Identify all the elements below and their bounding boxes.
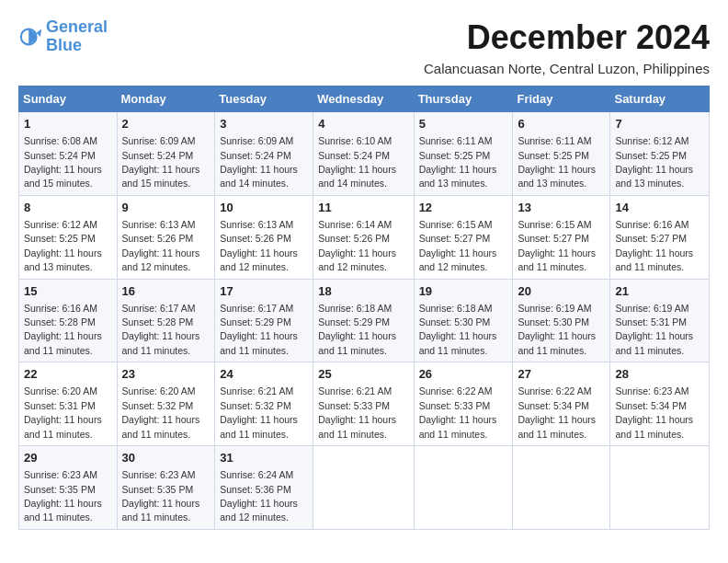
sunrise-info: Sunrise: 6:21 AM bbox=[318, 385, 392, 396]
day-number: 9 bbox=[122, 200, 210, 216]
day-number: 11 bbox=[318, 200, 408, 216]
daylight-info: Daylight: 11 hours and 11 minutes. bbox=[122, 330, 200, 355]
daylight-info: Daylight: 11 hours and 12 minutes. bbox=[220, 247, 298, 272]
daylight-info: Daylight: 11 hours and 11 minutes. bbox=[615, 247, 693, 272]
sunset-info: Sunset: 5:34 PM bbox=[615, 400, 687, 411]
calendar-cell: 26 Sunrise: 6:22 AM Sunset: 5:33 PM Dayl… bbox=[414, 362, 513, 446]
daylight-info: Daylight: 11 hours and 11 minutes. bbox=[122, 498, 200, 523]
day-number: 5 bbox=[419, 116, 508, 132]
sunrise-info: Sunrise: 6:23 AM bbox=[615, 385, 688, 396]
sunset-info: Sunset: 5:29 PM bbox=[220, 316, 291, 327]
sunrise-info: Sunrise: 6:09 AM bbox=[122, 135, 196, 146]
daylight-info: Daylight: 11 hours and 11 minutes. bbox=[518, 247, 596, 272]
calendar-cell: 14 Sunrise: 6:16 AM Sunset: 5:27 PM Dayl… bbox=[610, 195, 710, 279]
calendar-cell: 2 Sunrise: 6:09 AM Sunset: 5:24 PM Dayli… bbox=[117, 112, 215, 196]
sunrise-info: Sunrise: 6:20 AM bbox=[122, 385, 196, 396]
sunrise-info: Sunrise: 6:21 AM bbox=[220, 385, 293, 396]
daylight-info: Daylight: 11 hours and 11 minutes. bbox=[615, 414, 693, 439]
sunrise-info: Sunrise: 6:16 AM bbox=[615, 219, 688, 230]
daylight-info: Daylight: 11 hours and 13 minutes. bbox=[24, 247, 102, 272]
calendar-cell: 20 Sunrise: 6:19 AM Sunset: 5:30 PM Dayl… bbox=[513, 279, 610, 362]
sunset-info: Sunset: 5:24 PM bbox=[220, 150, 291, 161]
sunset-info: Sunset: 5:27 PM bbox=[615, 233, 687, 244]
day-number: 21 bbox=[615, 283, 704, 300]
sunset-info: Sunset: 5:34 PM bbox=[518, 400, 589, 411]
calendar-cell: 19 Sunrise: 6:18 AM Sunset: 5:30 PM Dayl… bbox=[414, 279, 513, 362]
daylight-info: Daylight: 11 hours and 13 minutes. bbox=[419, 164, 497, 189]
calendar-cell: 18 Sunrise: 6:18 AM Sunset: 5:29 PM Dayl… bbox=[313, 279, 414, 362]
sunrise-info: Sunrise: 6:23 AM bbox=[122, 469, 196, 480]
calendar-cell: 21 Sunrise: 6:19 AM Sunset: 5:31 PM Dayl… bbox=[610, 279, 710, 362]
day-number: 13 bbox=[518, 200, 605, 216]
daylight-info: Daylight: 11 hours and 14 minutes. bbox=[220, 164, 298, 189]
day-number: 29 bbox=[24, 450, 112, 466]
calendar-cell: 23 Sunrise: 6:20 AM Sunset: 5:32 PM Dayl… bbox=[117, 362, 215, 446]
day-of-week-header: Friday bbox=[513, 86, 610, 112]
day-number: 20 bbox=[518, 283, 605, 300]
calendar-cell: 24 Sunrise: 6:21 AM Sunset: 5:32 PM Dayl… bbox=[215, 362, 313, 446]
calendar-cell: 27 Sunrise: 6:22 AM Sunset: 5:34 PM Dayl… bbox=[513, 362, 610, 446]
sunset-info: Sunset: 5:25 PM bbox=[24, 233, 96, 244]
daylight-info: Daylight: 11 hours and 11 minutes. bbox=[518, 330, 596, 355]
sunset-info: Sunset: 5:27 PM bbox=[518, 233, 589, 244]
sunset-info: Sunset: 5:27 PM bbox=[419, 233, 491, 244]
sunset-info: Sunset: 5:31 PM bbox=[24, 400, 96, 411]
sunset-info: Sunset: 5:28 PM bbox=[24, 316, 96, 327]
sunset-info: Sunset: 5:26 PM bbox=[318, 233, 390, 244]
day-number: 14 bbox=[615, 200, 704, 216]
sunset-info: Sunset: 5:25 PM bbox=[615, 150, 687, 161]
day-number: 19 bbox=[419, 283, 508, 300]
sunset-info: Sunset: 5:36 PM bbox=[220, 484, 291, 495]
day-number: 18 bbox=[318, 283, 408, 300]
day-number: 30 bbox=[122, 450, 210, 466]
daylight-info: Daylight: 11 hours and 12 minutes. bbox=[318, 247, 396, 272]
calendar-cell: 5 Sunrise: 6:11 AM Sunset: 5:25 PM Dayli… bbox=[414, 112, 513, 196]
sunrise-info: Sunrise: 6:12 AM bbox=[615, 135, 688, 146]
daylight-info: Daylight: 11 hours and 11 minutes. bbox=[518, 414, 596, 439]
calendar-cell bbox=[513, 446, 610, 530]
calendar-cell: 1 Sunrise: 6:08 AM Sunset: 5:24 PM Dayli… bbox=[19, 112, 118, 196]
sunset-info: Sunset: 5:28 PM bbox=[122, 316, 194, 327]
day-number: 16 bbox=[122, 283, 210, 300]
daylight-info: Daylight: 11 hours and 15 minutes. bbox=[24, 164, 102, 189]
sunrise-info: Sunrise: 6:22 AM bbox=[518, 385, 591, 396]
daylight-info: Daylight: 11 hours and 11 minutes. bbox=[24, 498, 102, 523]
daylight-info: Daylight: 11 hours and 11 minutes. bbox=[419, 414, 497, 439]
daylight-info: Daylight: 11 hours and 11 minutes. bbox=[24, 330, 102, 355]
sunset-info: Sunset: 5:33 PM bbox=[419, 400, 491, 411]
day-number: 24 bbox=[220, 366, 308, 383]
calendar-cell: 7 Sunrise: 6:12 AM Sunset: 5:25 PM Dayli… bbox=[610, 112, 710, 196]
sunrise-info: Sunrise: 6:10 AM bbox=[318, 135, 392, 146]
sunrise-info: Sunrise: 6:24 AM bbox=[220, 469, 293, 480]
sunrise-info: Sunrise: 6:18 AM bbox=[318, 303, 392, 314]
sunrise-info: Sunrise: 6:09 AM bbox=[220, 135, 293, 146]
daylight-info: Daylight: 11 hours and 11 minutes. bbox=[24, 414, 102, 439]
location-title: Calancuasan Norte, Central Luzon, Philip… bbox=[18, 61, 710, 76]
sunset-info: Sunset: 5:30 PM bbox=[419, 316, 491, 327]
calendar-cell: 11 Sunrise: 6:14 AM Sunset: 5:26 PM Dayl… bbox=[313, 195, 414, 279]
calendar-cell: 3 Sunrise: 6:09 AM Sunset: 5:24 PM Dayli… bbox=[215, 112, 313, 196]
day-number: 1 bbox=[24, 116, 112, 132]
daylight-info: Daylight: 11 hours and 14 minutes. bbox=[318, 164, 396, 189]
day-number: 3 bbox=[220, 116, 308, 132]
day-number: 23 bbox=[122, 366, 210, 383]
daylight-info: Daylight: 11 hours and 12 minutes. bbox=[419, 247, 497, 272]
sunset-info: Sunset: 5:25 PM bbox=[419, 150, 491, 161]
calendar-cell: 8 Sunrise: 6:12 AM Sunset: 5:25 PM Dayli… bbox=[19, 195, 118, 279]
sunrise-info: Sunrise: 6:11 AM bbox=[419, 135, 493, 146]
calendar-cell: 10 Sunrise: 6:13 AM Sunset: 5:26 PM Dayl… bbox=[215, 195, 313, 279]
day-of-week-header: Wednesday bbox=[313, 86, 414, 112]
day-number: 10 bbox=[220, 200, 308, 216]
day-number: 25 bbox=[318, 366, 408, 383]
daylight-info: Daylight: 11 hours and 11 minutes. bbox=[220, 414, 298, 439]
sunrise-info: Sunrise: 6:23 AM bbox=[24, 469, 97, 480]
calendar-table: SundayMondayTuesdayWednesdayThursdayFrid… bbox=[18, 86, 710, 530]
sunrise-info: Sunrise: 6:17 AM bbox=[220, 303, 293, 314]
daylight-info: Daylight: 11 hours and 15 minutes. bbox=[122, 164, 200, 189]
day-number: 6 bbox=[518, 116, 605, 132]
day-number: 22 bbox=[24, 366, 112, 383]
sunset-info: Sunset: 5:26 PM bbox=[220, 233, 291, 244]
logo: General Blue bbox=[18, 18, 108, 55]
sunrise-info: Sunrise: 6:11 AM bbox=[518, 135, 591, 146]
day-number: 12 bbox=[419, 200, 508, 216]
